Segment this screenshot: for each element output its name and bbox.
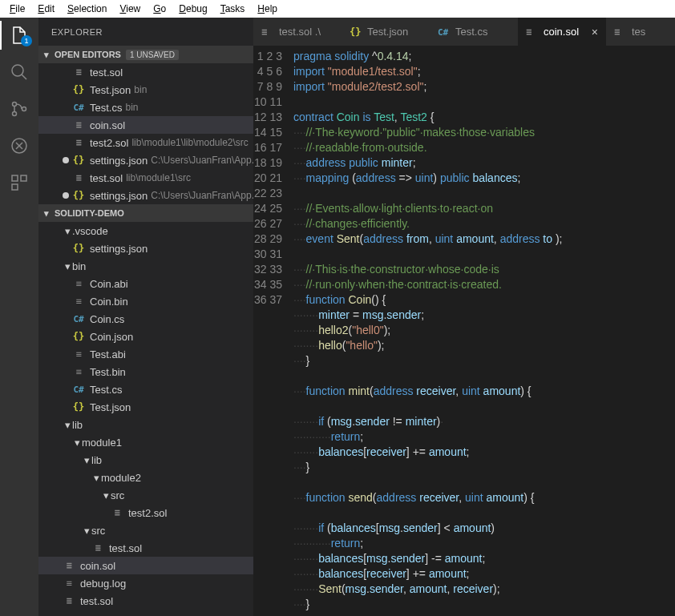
- open-editor-item[interactable]: ≡test.sollib\module1\src: [38, 169, 253, 187]
- explorer-icon[interactable]: 1: [10, 26, 29, 45]
- file-item[interactable]: {}settings.json: [38, 240, 253, 257]
- label: test.sol: [109, 542, 142, 554]
- file-path: C:\Users\JuanFran\App...: [151, 155, 253, 166]
- file-icon: ≡: [63, 577, 75, 590]
- search-icon[interactable]: [10, 62, 29, 82]
- sol-icon: ≡: [72, 119, 85, 131]
- file-name: coin.sol: [90, 119, 125, 131]
- open-editor-item[interactable]: {}Test.jsonbin: [38, 81, 253, 99]
- badge: 1: [21, 35, 32, 46]
- folder-item[interactable]: ▾lib: [38, 416, 253, 433]
- label: Test.cs: [90, 384, 122, 396]
- json-icon: {}: [350, 26, 362, 38]
- open-editor-item[interactable]: C#Test.csbin: [38, 99, 253, 116]
- menubar: FileEditSelectionViewGoDebugTasksHelp: [0, 0, 675, 18]
- sol-icon: ≡: [261, 26, 274, 38]
- folder-item[interactable]: ▾src: [38, 521, 253, 539]
- file-name: test2.sol: [90, 137, 128, 149]
- cs-icon: C#: [72, 383, 85, 396]
- folder-item[interactable]: ▾lib: [38, 451, 253, 469]
- code-editor[interactable]: 1 2 3 4 5 6 7 8 9 10 11 12 13 14 15 16 1…: [253, 46, 675, 616]
- cs-icon: C#: [438, 26, 451, 38]
- cs-icon: C#: [72, 101, 85, 114]
- label: lib: [91, 454, 102, 466]
- code-lines[interactable]: pragma solidity ^0.4.14; import "module1…: [293, 46, 675, 616]
- tab-bar: ≡test.sol .\{}Test.jsonC#Test.cs≡coin.so…: [253, 18, 675, 46]
- editor-tab[interactable]: ≡coin.sol×: [518, 18, 606, 46]
- file-item[interactable]: C#Coin.cs: [38, 310, 253, 328]
- label: Coin.abi: [90, 278, 128, 290]
- chevron-down-icon: ▾: [82, 454, 91, 466]
- sol-icon: ≡: [614, 26, 627, 38]
- folder-item[interactable]: ▾module2: [38, 469, 253, 486]
- sidebar-title: EXPLORER: [38, 18, 253, 46]
- open-editors-label: OPEN EDITORS: [55, 50, 121, 59]
- menu-go[interactable]: Go: [147, 2, 172, 16]
- editor-tab[interactable]: ≡tes: [606, 18, 675, 46]
- file-item[interactable]: ≡Coin.abi: [38, 275, 253, 292]
- unsaved-tag: 1 UNSAVED: [126, 50, 179, 60]
- activity-bar: 1: [0, 18, 38, 616]
- chevron-down-icon: ▾: [82, 525, 91, 537]
- label: .vscode: [72, 225, 108, 237]
- editor-tab[interactable]: C#Test.cs: [430, 18, 518, 46]
- scm-icon[interactable]: [10, 99, 29, 119]
- open-editor-item[interactable]: {}settings.jsonC:\Users\JuanFran\App...: [38, 187, 253, 204]
- open-editor-item[interactable]: {}settings.jsonC:\Users\JuanFran\App...: [38, 151, 253, 169]
- file-name: settings.json: [90, 155, 148, 167]
- file-item[interactable]: ≡test.sol: [38, 592, 253, 610]
- menu-file[interactable]: File: [3, 2, 31, 16]
- extensions-icon[interactable]: [10, 173, 29, 192]
- menu-view[interactable]: View: [113, 2, 147, 16]
- folder-item[interactable]: ▾src: [38, 486, 253, 504]
- file-path: bin: [125, 102, 138, 113]
- file-item[interactable]: ≡coin.sol: [38, 557, 253, 574]
- tab-label: coin.sol: [544, 26, 579, 38]
- menu-debug[interactable]: Debug: [172, 2, 213, 16]
- file-item[interactable]: ≡Coin.bin: [38, 292, 253, 310]
- sol-icon: ≡: [72, 171, 85, 184]
- sol-icon: ≡: [63, 594, 75, 607]
- file-item[interactable]: {}Test.json: [38, 398, 253, 416]
- close-icon[interactable]: ×: [592, 26, 598, 38]
- menu-selection[interactable]: Selection: [61, 2, 113, 16]
- label: Coin.bin: [90, 296, 128, 308]
- open-editors-list: ≡test.sol{}Test.jsonbinC#Test.csbin≡coin…: [38, 63, 253, 204]
- label: Coin.cs: [90, 313, 124, 325]
- open-editor-item[interactable]: ≡test2.sollib\module1\lib\module2\src: [38, 134, 253, 151]
- cs-icon: C#: [72, 312, 85, 325]
- label: bin: [72, 260, 86, 272]
- label: Test.abi: [90, 348, 126, 360]
- file-item[interactable]: ≡Test.bin: [38, 363, 253, 380]
- dirty-indicator-icon: [63, 192, 69, 199]
- file-item[interactable]: ≡Test.abi: [38, 345, 253, 363]
- json-icon: {}: [72, 83, 85, 96]
- chevron-down-icon: ▾: [63, 260, 72, 272]
- open-editor-item[interactable]: ≡coin.sol: [38, 116, 253, 134]
- open-editors-header[interactable]: ▾ OPEN EDITORS 1 UNSAVED: [38, 46, 253, 63]
- folder-item[interactable]: ▾bin: [38, 257, 253, 275]
- file-name: Test.cs: [90, 102, 122, 114]
- debug-icon[interactable]: [10, 136, 29, 155]
- editor-tab[interactable]: {}Test.json: [342, 18, 430, 46]
- file-path: lib\module1\lib\module2\src: [131, 137, 248, 148]
- folder-item[interactable]: ▾module1: [38, 433, 253, 451]
- menu-edit[interactable]: Edit: [31, 2, 61, 16]
- project-header[interactable]: ▾ SOLIDITY-DEMO: [38, 204, 253, 222]
- editor-area: ≡test.sol .\{}Test.jsonC#Test.cs≡coin.so…: [253, 18, 675, 616]
- file-item[interactable]: ≡test.sol: [38, 539, 253, 557]
- file-item[interactable]: {}Coin.json: [38, 328, 253, 345]
- file-item[interactable]: ≡test2.sol: [38, 504, 253, 521]
- folder-item[interactable]: ▾.vscode: [38, 222, 253, 240]
- file-name: test.sol: [90, 66, 123, 79]
- sol-icon: ≡: [72, 136, 85, 149]
- menu-help[interactable]: Help: [251, 2, 284, 16]
- file-item[interactable]: ≡debug.log: [38, 574, 253, 592]
- sidebar: EXPLORER ▾ OPEN EDITORS 1 UNSAVED ≡test.…: [38, 18, 253, 616]
- label: test2.sol: [128, 507, 167, 519]
- open-editor-item[interactable]: ≡test.sol: [38, 63, 253, 81]
- editor-tab[interactable]: ≡test.sol .\: [253, 18, 342, 46]
- tab-label: tes: [632, 26, 645, 38]
- file-item[interactable]: C#Test.cs: [38, 380, 253, 398]
- menu-tasks[interactable]: Tasks: [214, 2, 252, 16]
